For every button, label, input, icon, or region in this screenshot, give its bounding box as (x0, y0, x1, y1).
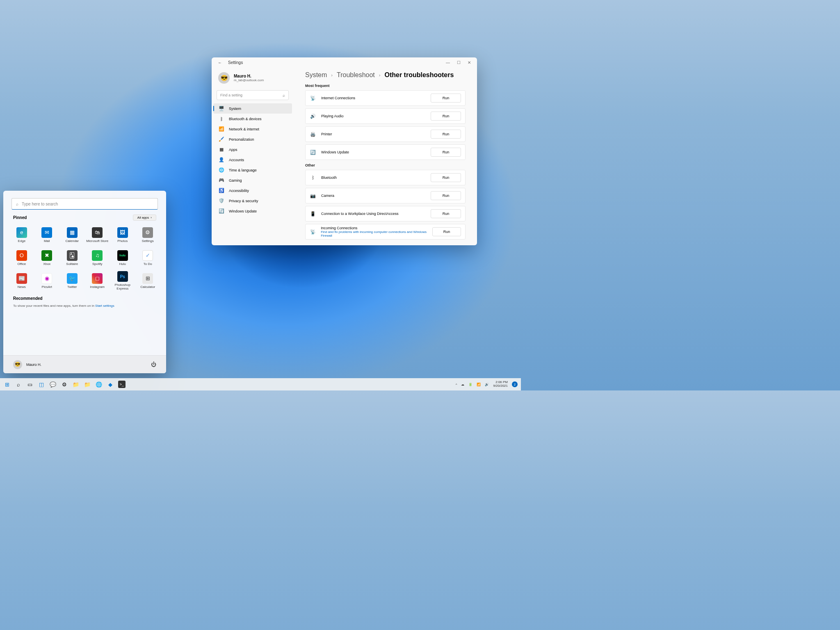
app-tile-twitter[interactable]: 🐦Twitter (59, 271, 85, 291)
app-label: Xbox (43, 262, 50, 266)
taskbar-explorer-2[interactable]: 📁 (84, 381, 91, 388)
app-icon: ⚙ (142, 227, 153, 238)
avatar: 😎 (218, 72, 230, 84)
app-icon: Ps (117, 271, 128, 282)
troubleshooter-icon: 📡 (310, 229, 316, 235)
search-input[interactable]: Find a setting ⌕ (217, 90, 289, 100)
back-button[interactable]: ← (215, 57, 225, 67)
app-tile-xbox[interactable]: ✖Xbox (34, 248, 60, 268)
sidebar-item-system[interactable]: 🖥️System (213, 103, 292, 114)
app-tile-news[interactable]: 📰News (9, 271, 34, 291)
chevron-right-icon: › (379, 73, 381, 78)
sidebar-item-personalization[interactable]: 🖌️Personalization (213, 134, 292, 144)
widgets-button[interactable]: ◫ (38, 381, 45, 388)
run-button[interactable]: Run (431, 173, 461, 182)
taskbar-settings[interactable]: ⚙ (61, 381, 68, 388)
run-button[interactable]: Run (431, 112, 461, 121)
app-tile-microsoft-store[interactable]: 🛍Microsoft Store (85, 225, 110, 245)
search-icon: ⌕ (16, 202, 18, 206)
app-tile-hulu[interactable]: huluHulu (110, 248, 135, 268)
sidebar-item-privacy-security[interactable]: 🛡️Privacy & security (213, 196, 292, 206)
taskbar-app[interactable]: ◆ (107, 381, 114, 388)
tray-wifi-icon[interactable]: 📶 (477, 383, 481, 386)
search-button[interactable]: ⌕ (15, 381, 22, 388)
run-button[interactable]: Run (431, 130, 461, 139)
sidebar-item-bluetooth-devices[interactable]: ᛒBluetooth & devices (213, 114, 292, 124)
troubleshooter-label: Printer (321, 132, 332, 136)
nav-icon: 🎮 (219, 178, 224, 183)
app-tile-to-do[interactable]: ✓To Do (135, 248, 161, 268)
troubleshooter-icon: ᛒ (310, 175, 316, 180)
troubleshooter-row: 📱Connection to a Workplace Using DirectA… (305, 206, 466, 221)
troubleshooter-row: 📡Internet ConnectionsRun (305, 90, 466, 106)
taskbar-clock[interactable]: 2:06 PM 9/20/2021 (493, 381, 508, 388)
minimize-button[interactable]: — (445, 59, 451, 65)
app-tile-picsart[interactable]: ◉PicsArt (34, 271, 60, 291)
notification-badge[interactable]: 2 (512, 381, 518, 387)
start-user-button[interactable]: 😎 Mauro H. (13, 360, 41, 369)
taskbar-explorer[interactable]: 📁 (72, 381, 80, 388)
sidebar-item-accessibility[interactable]: ♿Accessibility (213, 185, 292, 196)
app-label: Spotify (92, 262, 102, 266)
troubleshooter-icon: 🔊 (310, 114, 316, 119)
run-button[interactable]: Run (431, 209, 461, 218)
sidebar-item-apps[interactable]: ▦Apps (213, 144, 292, 155)
maximize-button[interactable]: ☐ (456, 59, 461, 65)
app-tile-calendar[interactable]: ▦Calendar (59, 225, 85, 245)
app-icon: e (16, 227, 27, 238)
run-button[interactable]: Run (431, 94, 461, 103)
crumb-troubleshoot[interactable]: Troubleshoot (337, 71, 375, 79)
sidebar-item-time-language[interactable]: 🌐Time & language (213, 165, 292, 175)
section-most-frequent: Most frequent (305, 84, 466, 88)
app-tile-photos[interactable]: 🖼Photos (110, 225, 135, 245)
profile-header[interactable]: 😎 Mauro H. m_lab@outlook.com (212, 71, 294, 89)
sidebar-item-network-internet[interactable]: 📶Network & internet (213, 124, 292, 134)
run-button[interactable]: Run (432, 227, 461, 236)
start-settings-link[interactable]: Start settings (95, 304, 114, 308)
settings-sidebar: 😎 Mauro H. m_lab@outlook.com Find a sett… (212, 67, 294, 245)
start-search-input[interactable]: ⌕ Type here to search (11, 198, 158, 210)
app-label: Hulu (119, 262, 126, 266)
sidebar-item-windows-update[interactable]: 🔄Windows Update (213, 206, 292, 216)
app-tile-instagram[interactable]: ◻Instagram (85, 271, 110, 291)
run-button[interactable]: Run (431, 191, 461, 200)
app-tile-settings[interactable]: ⚙Settings (135, 225, 161, 245)
app-tile-edge[interactable]: eEdge (9, 225, 34, 245)
recommended-title: Recommended (13, 296, 156, 301)
sidebar-item-gaming[interactable]: 🎮Gaming (213, 175, 292, 185)
taskbar-edge[interactable]: 🌐 (95, 381, 103, 388)
settings-content: System › Troubleshoot › Other troublesho… (294, 67, 477, 245)
app-tile-office[interactable]: OOffice (9, 248, 34, 268)
app-icon: ♫ (92, 250, 103, 261)
troubleshooter-label: Internet Connections (321, 96, 355, 100)
all-apps-button[interactable]: All apps › (133, 215, 156, 221)
app-tile-spotify[interactable]: ♫Spotify (85, 248, 110, 268)
tray-onedrive-icon[interactable]: ☁ (461, 383, 464, 386)
app-tile-photoshop-express[interactable]: PsPhotoshop Express (110, 271, 135, 291)
troubleshooter-row: 🖨️PrinterRun (305, 126, 466, 142)
run-button[interactable]: Run (431, 148, 461, 157)
chat-button[interactable]: 💬 (49, 381, 57, 388)
start-button[interactable]: ⊞ (3, 381, 11, 388)
power-button[interactable]: ⏻ (151, 361, 156, 368)
crumb-system[interactable]: System (305, 71, 327, 79)
task-view-button[interactable]: ▭ (26, 381, 34, 388)
tray-battery-icon[interactable]: 🔋 (468, 383, 472, 386)
troubleshooter-icon: 📡 (310, 96, 316, 101)
troubleshooter-label: Incoming Connections (321, 226, 432, 230)
close-button[interactable]: ✕ (466, 59, 472, 65)
app-label: Calendar (66, 240, 79, 243)
app-tile-mail[interactable]: ✉Mail (34, 225, 60, 245)
window-title: Settings (228, 60, 243, 65)
avatar: 😎 (13, 360, 22, 369)
app-tile-calculator[interactable]: ⊞Calculator (135, 271, 161, 291)
sidebar-item-accounts[interactable]: 👤Accounts (213, 155, 292, 165)
taskbar-terminal[interactable]: >_ (118, 381, 126, 388)
tray-chevron-icon[interactable]: ^ (456, 383, 457, 386)
tray-volume-icon[interactable]: 🔊 (485, 383, 489, 386)
app-tile-solitaire[interactable]: 🂡Solitaire (59, 248, 85, 268)
pinned-title: Pinned (13, 215, 27, 220)
recommended-text: To show your recent files and new apps, … (13, 304, 156, 308)
crumb-current: Other troubleshooters (384, 71, 454, 79)
troubleshooter-label: Windows Update (321, 150, 349, 154)
